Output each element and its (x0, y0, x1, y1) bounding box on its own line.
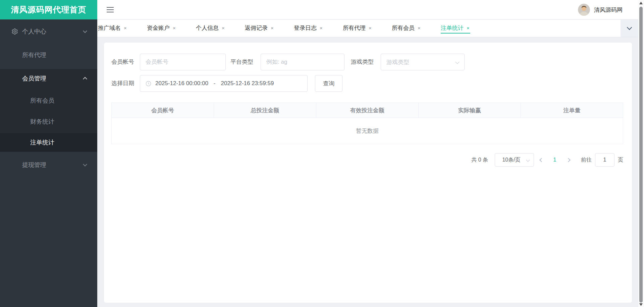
platform-type-label: 平台类型 (230, 54, 253, 70)
close-icon[interactable]: × (467, 25, 470, 30)
member-account-label: 会员帐号 (111, 54, 134, 70)
game-type-placeholder: 游戏类型 (386, 58, 409, 66)
chevron-down-icon (627, 25, 632, 30)
date-separator: - (214, 80, 216, 87)
tab-all-agents[interactable]: 所有代理× (342, 20, 391, 37)
close-icon[interactable]: × (173, 25, 176, 30)
tab-personal-info[interactable]: 个人信息× (195, 20, 244, 37)
pagination-total: 共 0 条 (471, 157, 488, 164)
tab-label: 所有会员 (392, 24, 415, 32)
tab-options-dropdown-button[interactable] (621, 20, 638, 37)
chevron-up-icon (83, 77, 87, 81)
scrollbar-up-arrow-icon[interactable] (639, 2, 643, 4)
sidebar-item-all-members[interactable]: 所有会员 (0, 91, 97, 110)
tab-login-logs[interactable]: 登录日志× (293, 20, 342, 37)
vertical-scrollbar[interactable] (638, 0, 644, 307)
sidebar-item-withdraw-management[interactable]: 提现管理 (0, 156, 97, 174)
tab-label: 所有代理 (343, 24, 366, 32)
tab-rebate-records[interactable]: 返佣记录× (244, 20, 293, 37)
sidebar-item-label: 会员管理 (0, 74, 46, 82)
close-icon[interactable]: × (124, 25, 127, 30)
sidebar-item-label: 所有代理 (0, 51, 46, 59)
content-card: 会员帐号 平台类型 游戏类型 游戏类型 选择日期 2025-12-16 00:0… (104, 43, 632, 303)
results-table: 会员帐号 总投注金额 有效投注金额 实际输赢 注单量 暂无数据 (111, 103, 623, 144)
sidebar-item-label: 财务统计 (0, 118, 54, 126)
close-icon[interactable]: × (222, 25, 225, 30)
gear-icon (11, 28, 18, 35)
tab-label: 个人信息 (196, 24, 219, 32)
game-type-select[interactable]: 游戏类型 (381, 54, 465, 70)
query-button[interactable]: 查询 (315, 75, 342, 92)
tab-bet-stats-active[interactable]: 注单统计× (440, 20, 489, 37)
clock-icon (146, 81, 151, 86)
date-end-value: 2025-12-16 23:59:59 (221, 80, 274, 87)
tab-label: 注单统计 (441, 24, 464, 32)
sidebar-logo-title: 清风源码网代理首页 (0, 0, 97, 19)
next-page-button[interactable] (561, 159, 576, 162)
topbar: 清风源码网 (97, 0, 644, 19)
tab-bar: 推广域名× 资金账户× 个人信息× 返佣记录× 登录日志× 所有代理× 所有会员… (97, 20, 644, 37)
sidebar-item-all-agents[interactable]: 所有代理 (0, 46, 97, 64)
close-icon[interactable]: × (369, 25, 372, 30)
sidebar-item-label: 提现管理 (0, 161, 46, 169)
table-empty-state: 暂无数据 (111, 118, 623, 144)
table-header-total-bet: 总投注金额 (214, 103, 316, 118)
user-menu[interactable]: 清风源码网 (578, 0, 623, 19)
sidebar: 清风源码网代理首页 个人中心 所有代理 会员管理 所有会员 财务统计 注单统计 … (0, 0, 97, 307)
sidebar-item-member-management[interactable]: 会员管理 (0, 69, 97, 88)
table-header-bet-count: 注单量 (521, 103, 623, 118)
page-size-value: 10条/页 (502, 157, 520, 164)
close-icon[interactable]: × (418, 25, 421, 30)
tab-label: 返佣记录 (245, 24, 268, 32)
close-icon[interactable]: × (271, 25, 274, 30)
chevron-down-icon (455, 60, 460, 64)
member-account-input[interactable] (140, 54, 226, 70)
game-type-label: 游戏类型 (351, 54, 374, 70)
sidebar-item-label: 注单统计 (0, 138, 54, 146)
tab-fund-account[interactable]: 资金账户× (146, 20, 195, 37)
tab-all-members[interactable]: 所有会员× (391, 20, 440, 37)
scrollbar-thumb[interactable] (639, 7, 643, 303)
chevron-left-icon (539, 158, 544, 162)
page-unit-label: 页 (618, 157, 623, 164)
sidebar-item-bet-stats[interactable]: 注单统计 (0, 133, 97, 152)
close-icon[interactable]: × (320, 25, 323, 30)
date-range-picker[interactable]: 2025-12-16 00:00:00 - 2025-12-16 23:59:5… (140, 75, 308, 92)
user-name: 清风源码网 (594, 6, 623, 14)
date-start-value: 2025-12-16 00:00:00 (155, 80, 208, 87)
tab-label: 推广域名 (98, 24, 121, 32)
page-size-select[interactable]: 10条/页 (495, 153, 534, 167)
tab-label: 资金账户 (147, 24, 170, 32)
avatar (578, 4, 590, 16)
hamburger-menu-icon[interactable] (107, 7, 114, 12)
scrollbar-down-arrow-icon[interactable] (639, 303, 643, 306)
goto-page-input[interactable] (595, 153, 614, 167)
table-header-valid-bet: 有效投注金额 (316, 103, 419, 118)
table-header-row: 会员帐号 总投注金额 有效投注金额 实际输赢 注单量 (111, 103, 623, 118)
sidebar-item-personal-center[interactable]: 个人中心 (0, 22, 97, 41)
platform-type-input[interactable] (261, 54, 344, 70)
chevron-down-icon (83, 29, 87, 33)
chevron-down-icon (526, 158, 530, 162)
chevron-down-icon (83, 162, 87, 167)
table-header-member-account: 会员帐号 (112, 103, 214, 118)
goto-page-label: 前往 (581, 157, 592, 164)
sidebar-item-label: 个人中心 (0, 27, 46, 36)
chevron-right-icon (566, 158, 571, 162)
tab-label: 登录日志 (294, 24, 317, 32)
tab-promotion-domain[interactable]: 推广域名× (97, 20, 146, 37)
table-header-actual-winloss: 实际输赢 (419, 103, 521, 118)
sidebar-item-label: 所有会员 (0, 97, 54, 105)
date-range-label: 选择日期 (111, 75, 134, 92)
sidebar-item-finance-stats[interactable]: 财务统计 (0, 112, 97, 131)
previous-page-button[interactable] (534, 159, 549, 162)
pagination: 共 0 条 10条/页 1 前往 页 (471, 153, 623, 167)
current-page-number[interactable]: 1 (549, 157, 561, 163)
